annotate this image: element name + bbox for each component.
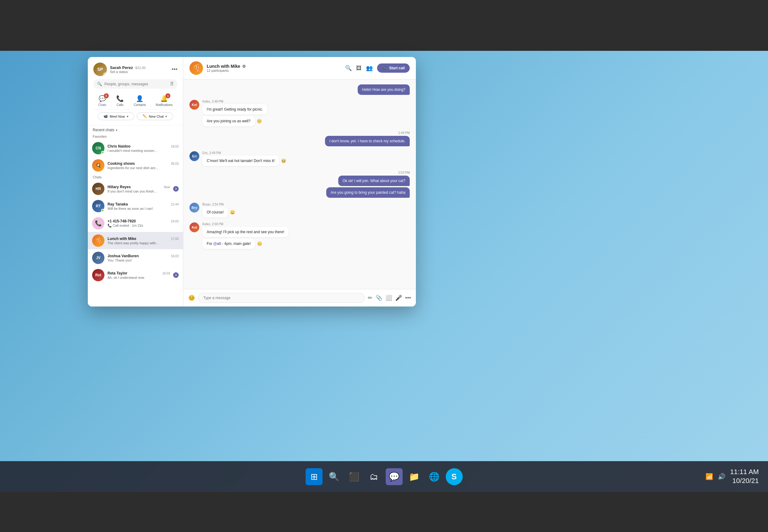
skype-icon: S <box>451 472 457 481</box>
user-name: Sarah Perez <box>110 65 133 70</box>
chat-item-hillary-reyes[interactable]: HR Hillary Reyes Now If you don't mind c… <box>88 180 183 197</box>
phone-time: 24.03 <box>171 220 179 223</box>
keiko-reaction-2: 😊 <box>257 241 262 246</box>
chats-badge: 3 <box>104 93 109 98</box>
header-search-icon[interactable]: 🔍 <box>345 65 352 71</box>
emoji-button[interactable]: 😊 <box>188 294 195 301</box>
phone-name: +1 415-748-7920 <box>108 219 136 223</box>
eric-avatar: Eri <box>189 151 199 161</box>
windows-icon: ⊞ <box>311 472 318 482</box>
chat-item-phone[interactable]: 📞 +1 415-748-7920 24.03 📞 Call ended - 1… <box>88 215 183 232</box>
settings-icon[interactable]: ⚙ <box>242 64 246 69</box>
mention-all: @all <box>213 242 221 246</box>
taskbar-chat[interactable]: 💬 <box>386 468 403 485</box>
chat-item-joshua-vanburen[interactable]: JV Joshua VanBuren 16.03 You: Thank you! <box>88 249 183 266</box>
chat-header: 🍕 Lunch with Mike ⚙ 12 participants 🔍 🖼 … <box>183 57 416 79</box>
ray-tanaka-preview: Will be there as soon as I can! <box>108 207 160 210</box>
call-icon: 📹 <box>382 66 387 70</box>
header-participants-icon[interactable]: 👥 <box>366 65 373 71</box>
eric-reaction: 😆 <box>281 158 286 163</box>
chris-naidoo-name: Chris Naidoo <box>108 144 131 148</box>
recent-chats-header[interactable]: Recent chats ▾ <box>88 125 183 133</box>
chat-item-chris-naidoo[interactable]: CN Chris Naidoo 18.03 I wouldn't mind me… <box>88 140 183 157</box>
taskbar-search[interactable]: 🔍 <box>326 468 343 485</box>
lunch-mike-name: Lunch with Mike <box>108 237 136 241</box>
tab-calls[interactable]: 📞 Calls <box>114 94 126 108</box>
meet-now-button[interactable]: 📹 Meet Now ▾ <box>98 112 134 120</box>
header-gallery-icon[interactable]: 🖼 <box>356 65 362 71</box>
chat-taskbar-icon: 💬 <box>389 472 400 482</box>
taskbar-center: ⊞ 🔍 ⬛ 🗂 💬 📁 🌐 S <box>306 468 463 485</box>
sidebar-header: SP Sarah Perez $22,00 Set a status ••• <box>88 57 183 125</box>
taskbar-widgets[interactable]: 🗂 <box>366 468 383 485</box>
grid-icon[interactable]: ⠿ <box>170 81 174 87</box>
reta-name: Reta Taylor <box>108 271 127 275</box>
taskbar-time: 11:11 AM 10/20/21 <box>730 468 759 485</box>
start-call-button[interactable]: 📹 Start call <box>377 63 410 73</box>
messages-area: Hello! How are you doing? Kei Keiko, 2:4… <box>183 79 416 289</box>
ray-tanaka-name: Ray Tanaka <box>108 202 128 206</box>
meet-now-label: Meet Now <box>110 115 125 118</box>
message-input[interactable] <box>198 293 365 303</box>
joshua-preview: You: Thank you! <box>108 258 160 262</box>
more-input-icon[interactable]: ••• <box>405 295 411 301</box>
reta-time: 16.03 <box>162 272 170 275</box>
favorites-section-label: Favorites <box>88 133 183 140</box>
group-chat-icon: 🍕 <box>189 61 203 75</box>
reta-badge: 3 <box>173 272 179 278</box>
joshua-time: 16.03 <box>171 254 179 258</box>
search-bar[interactable]: 🔍 ⠿ <box>93 79 177 89</box>
ray-tanaka-time: 11:44 <box>171 203 179 206</box>
lunch-mike-preview: The client was pretty happy with... <box>108 241 160 245</box>
message-sent-3: 2:53 PM Ok ok! I will join. What about y… <box>189 171 410 198</box>
user-row: SP Sarah Perez $22,00 Set a status ••• <box>93 63 177 76</box>
tab-chats-label: Chats <box>98 103 106 107</box>
widgets-icon: 🗂 <box>370 472 378 482</box>
lunch-mike-time: 17.03 <box>171 237 179 241</box>
new-chat-button[interactable]: ✏️ New Chat ▾ <box>137 112 173 120</box>
taskbar-skype[interactable]: S <box>446 468 463 485</box>
taskbar-explorer[interactable]: 📁 <box>406 468 423 485</box>
chris-naidoo-avatar: CN <box>92 142 104 154</box>
meet-now-icon: 📹 <box>104 114 108 118</box>
wifi-icon: 📶 <box>705 473 713 480</box>
tab-calls-label: Calls <box>116 103 123 107</box>
search-input[interactable] <box>104 82 168 86</box>
user-status[interactable]: Set a status <box>110 70 146 74</box>
chat-item-lunch-mike[interactable]: 🍕 Lunch with Mike 17.03 The client was p… <box>88 232 183 249</box>
taskbar-right: 📶 🔊 11:11 AM 10/20/21 <box>705 468 759 485</box>
tab-chats[interactable]: 💬 3 Chats <box>96 94 109 108</box>
dark-bar-bottom <box>0 492 768 532</box>
message-sent-1: Hello! How are you doing? <box>189 84 410 95</box>
joshua-name: Joshua VanBuren <box>108 254 139 258</box>
recent-chats-label: Recent chats <box>93 128 114 132</box>
chat-item-ray-tanaka[interactable]: RT Ray Tanaka 11:44 Will be there as soo… <box>88 197 183 215</box>
chat-item-cooking-shows[interactable]: 🍳 Cooking shows 05.03 Ingredients for ou… <box>88 157 183 174</box>
user-info: SP Sarah Perez $22,00 Set a status <box>93 63 146 76</box>
hillary-reyes-badge: 3 <box>173 186 179 192</box>
msg-bubble-sent-1: Hello! How are you doing? <box>358 84 410 95</box>
message-received-keiko-1: Kei Keiko, 2:48 PM I'm great!! Getting r… <box>189 100 410 126</box>
cooking-shows-time: 05.03 <box>171 162 179 165</box>
chat-header-name: Lunch with Mike <box>207 64 240 69</box>
chat-item-reta-taylor[interactable]: Ret Reta Taylor 16.03 Ah, ok I understan… <box>88 266 183 284</box>
mic-icon[interactable]: 🎤 <box>395 294 402 301</box>
dark-bar-top <box>0 0 768 51</box>
tab-notifications[interactable]: 🔔 1 Notifications <box>153 94 175 108</box>
taskbar: ⊞ 🔍 ⬛ 🗂 💬 📁 🌐 S 📶 <box>0 461 768 492</box>
chris-naidoo-preview: I wouldn't mind meeting sooner... <box>108 149 160 152</box>
tab-contacts[interactable]: 👤 Contacts <box>131 94 148 108</box>
main-chat: 🍕 Lunch with Mike ⚙ 12 participants 🔍 🖼 … <box>183 57 416 307</box>
user-avatar[interactable]: SP <box>93 63 107 76</box>
user-balance: $22,00 <box>135 66 146 70</box>
message-received-keiko-2: Kei Keiko, 2:58 PM Amazing! I'll pick up… <box>189 222 410 249</box>
more-options-icon[interactable]: ••• <box>172 66 177 73</box>
bryan-avatar: Bry <box>189 203 199 213</box>
attach-icon[interactable]: 📎 <box>376 294 382 301</box>
desktop: ⊞ 🔍 ⬛ 🗂 💬 📁 🌐 S 📶 <box>0 0 768 532</box>
layout-icon[interactable]: ⬜ <box>385 294 392 301</box>
taskbar-browser[interactable]: 🌐 <box>426 468 443 485</box>
taskbar-start[interactable]: ⊞ <box>306 468 323 485</box>
taskbar-taskview[interactable]: ⬛ <box>346 468 363 485</box>
format-icon[interactable]: ✏ <box>368 294 372 301</box>
